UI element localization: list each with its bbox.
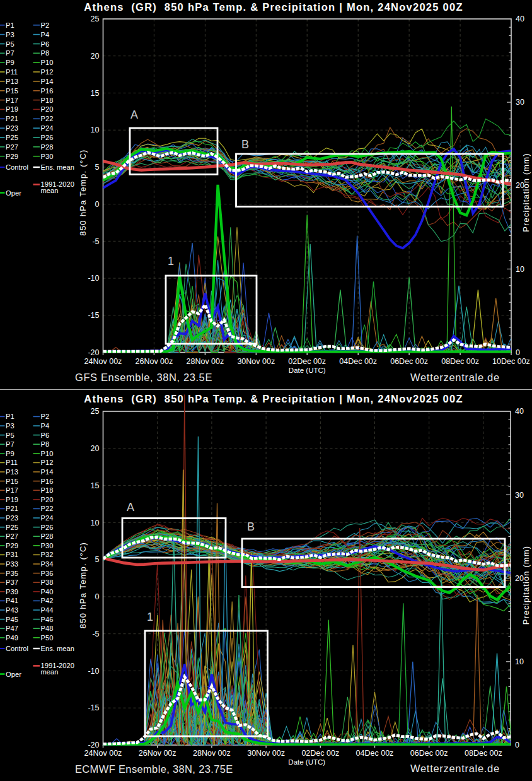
svg-text:mean: mean: [41, 668, 59, 676]
svg-text:P16: P16: [41, 87, 54, 95]
svg-text:P20: P20: [41, 105, 54, 113]
svg-text:10: 10: [516, 265, 524, 274]
svg-text:04Dec 00z: 04Dec 00z: [356, 749, 394, 758]
svg-text:-20: -20: [88, 348, 99, 357]
svg-text:Date (UTC): Date (UTC): [289, 367, 326, 374]
svg-text:P5: P5: [6, 432, 14, 439]
svg-text:P2: P2: [41, 21, 50, 29]
svg-text:GFS Ensemble, 38N, 23.5E: GFS Ensemble, 38N, 23.5E: [75, 372, 212, 383]
svg-text:-5: -5: [92, 237, 99, 246]
svg-text:P15: P15: [6, 87, 18, 95]
svg-text:Oper: Oper: [6, 189, 21, 197]
svg-text:P13: P13: [6, 78, 18, 85]
svg-text:P22: P22: [41, 505, 54, 512]
svg-text:P19: P19: [6, 105, 18, 113]
svg-text:P38: P38: [41, 578, 54, 586]
svg-text:P24: P24: [41, 124, 54, 132]
svg-text:P22: P22: [41, 115, 54, 122]
svg-text:Wetterzentrale.de: Wetterzentrale.de: [410, 763, 500, 774]
svg-text:P19: P19: [6, 496, 18, 503]
svg-text:Precipitation (mm): Precipitation (mm): [521, 153, 531, 232]
svg-text:P28: P28: [41, 143, 54, 151]
svg-text:P23: P23: [6, 124, 18, 132]
svg-text:24Nov 00z: 24Nov 00z: [84, 357, 122, 366]
svg-text:P26: P26: [41, 524, 54, 531]
svg-text:15: 15: [91, 89, 100, 98]
svg-text:P15: P15: [6, 478, 18, 485]
svg-text:02Dec 00z: 02Dec 00z: [288, 357, 326, 366]
svg-text:P36: P36: [41, 570, 54, 577]
svg-text:-15: -15: [88, 311, 99, 320]
svg-text:Oper: Oper: [6, 671, 21, 678]
svg-text:20: 20: [91, 444, 100, 453]
svg-text:1: 1: [147, 611, 153, 623]
svg-text:P26: P26: [41, 134, 54, 141]
svg-text:P24: P24: [41, 514, 54, 522]
svg-text:P32: P32: [41, 551, 54, 558]
svg-text:Ens. mean: Ens. mean: [41, 163, 74, 171]
svg-text:P4: P4: [41, 31, 50, 38]
svg-text:5: 5: [95, 555, 100, 564]
svg-text:850 hPa Temp. (°C): 850 hPa Temp. (°C): [78, 149, 88, 235]
svg-text:P18: P18: [41, 97, 54, 104]
svg-text:P6: P6: [41, 40, 50, 48]
svg-text:P7: P7: [6, 440, 14, 448]
svg-text:10: 10: [91, 126, 100, 134]
svg-text:28Nov 00z: 28Nov 00z: [193, 749, 231, 758]
svg-text:P10: P10: [41, 450, 54, 457]
svg-text:40: 40: [516, 15, 524, 23]
svg-text:P3: P3: [6, 422, 14, 430]
svg-text:-10: -10: [88, 274, 99, 283]
svg-text:P47: P47: [6, 625, 18, 632]
svg-text:0: 0: [516, 348, 520, 357]
svg-text:08Dec 00z: 08Dec 00z: [441, 357, 479, 366]
svg-text:P21: P21: [6, 115, 18, 122]
svg-text:P12: P12: [41, 459, 54, 466]
svg-text:10: 10: [91, 519, 100, 527]
svg-text:P48: P48: [41, 625, 54, 632]
svg-text:0: 0: [95, 200, 100, 209]
svg-text:P25: P25: [6, 134, 18, 141]
svg-text:30Nov 00z: 30Nov 00z: [247, 749, 285, 758]
svg-text:P20: P20: [41, 496, 54, 503]
svg-text:08Dec 00z: 08Dec 00z: [465, 749, 502, 758]
svg-text:10Dec 00z: 10Dec 00z: [492, 357, 530, 366]
svg-text:P14: P14: [41, 78, 54, 85]
svg-text:P13: P13: [6, 468, 18, 476]
svg-text:-10: -10: [88, 667, 99, 676]
svg-text:P12: P12: [41, 68, 54, 76]
svg-text:P23: P23: [6, 514, 18, 522]
svg-text:P1: P1: [6, 413, 14, 420]
svg-text:B: B: [247, 520, 255, 533]
svg-text:-15: -15: [88, 703, 99, 712]
svg-text:P29: P29: [6, 542, 18, 549]
svg-text:P43: P43: [6, 606, 18, 614]
svg-text:mean: mean: [41, 187, 59, 194]
svg-text:02Dec 00z: 02Dec 00z: [301, 749, 339, 758]
svg-text:P6: P6: [41, 432, 50, 439]
svg-text:P31: P31: [6, 551, 18, 558]
svg-text:26Nov 00z: 26Nov 00z: [139, 749, 176, 758]
svg-text:40: 40: [515, 407, 524, 416]
svg-text:850 hPa Temp. (°C): 850 hPa Temp. (°C): [78, 542, 88, 628]
svg-text:30: 30: [515, 491, 524, 500]
svg-text:P27: P27: [6, 143, 18, 151]
svg-text:A: A: [130, 109, 138, 121]
svg-text:1: 1: [168, 255, 174, 267]
svg-text:Ens. mean: Ens. mean: [41, 645, 74, 652]
svg-text:Control: Control: [6, 645, 28, 652]
svg-text:P49: P49: [6, 634, 18, 642]
svg-text:P44: P44: [41, 606, 54, 614]
svg-text:P40: P40: [41, 588, 54, 596]
svg-text:P46: P46: [41, 616, 54, 623]
svg-text:15: 15: [91, 481, 100, 490]
svg-text:30Nov 00z: 30Nov 00z: [237, 357, 275, 366]
svg-text:25: 25: [91, 407, 100, 416]
svg-text:P2: P2: [41, 413, 50, 420]
svg-text:06Dec 00z: 06Dec 00z: [390, 357, 428, 366]
svg-text:P30: P30: [41, 153, 54, 160]
svg-text:P4: P4: [41, 422, 50, 430]
svg-text:Precipitation (mm): Precipitation (mm): [521, 546, 531, 625]
svg-text:Wetterzentrale.de: Wetterzentrale.de: [410, 372, 500, 383]
svg-text:P42: P42: [41, 597, 54, 604]
